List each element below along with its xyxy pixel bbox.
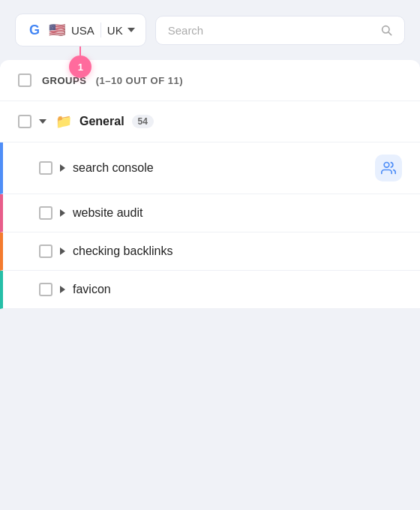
users-icon-btn[interactable] — [375, 154, 402, 182]
vertical-divider — [100, 22, 101, 38]
sub-item-row-website-audit: website audit — [0, 194, 420, 232]
groups-title: GROUPS (1–10 OUT OF 11) — [42, 75, 183, 86]
svg-point-2 — [384, 163, 389, 168]
chevron-right-search-console-icon[interactable] — [60, 164, 65, 172]
chevron-down-icon — [128, 28, 135, 32]
search-console-checkbox[interactable] — [39, 161, 52, 175]
website-audit-label: website audit — [73, 206, 142, 220]
uk-label: UK — [107, 24, 123, 37]
country-label: USA — [71, 24, 94, 37]
sub-item-row-checking-backlinks: checking backlinks — [0, 232, 420, 271]
top-bar: G 🇺🇸 USA UK 1 Search — [0, 0, 420, 60]
locale-wrapper: G 🇺🇸 USA UK 1 — [15, 14, 146, 46]
search-box[interactable]: Search — [155, 16, 405, 45]
locale-selector[interactable]: G 🇺🇸 USA UK — [15, 14, 146, 46]
website-audit-checkbox[interactable] — [39, 206, 52, 220]
groups-checkbox[interactable] — [18, 74, 32, 87]
sub-item-row-search-console: search console — [0, 142, 420, 194]
checking-backlinks-label: checking backlinks — [73, 244, 172, 258]
general-count-badge: 54 — [132, 115, 154, 128]
chevron-right-website-audit-icon[interactable] — [60, 209, 65, 217]
groups-header: GROUPS (1–10 OUT OF 11) — [0, 60, 420, 101]
usa-flag: 🇺🇸 — [49, 22, 65, 38]
favicon-checkbox[interactable] — [39, 283, 52, 296]
search-console-label: search console — [73, 161, 154, 175]
chevron-right-favicon-icon[interactable] — [60, 286, 65, 293]
favicon-label: favicon — [73, 283, 111, 296]
chevron-down-general-icon[interactable] — [39, 119, 46, 124]
group-row-general: 📁 General 54 — [0, 101, 420, 142]
chevron-right-checking-backlinks-icon[interactable] — [60, 248, 65, 255]
uk-locale[interactable]: UK — [107, 24, 135, 37]
general-checkbox[interactable] — [18, 115, 32, 128]
groups-subtitle-text: (1–10 OUT OF 11) — [96, 75, 183, 86]
checking-backlinks-checkbox[interactable] — [39, 244, 52, 258]
search-placeholder-text: Search — [168, 24, 204, 37]
main-content: GROUPS (1–10 OUT OF 11) 📁 General 54 sea… — [0, 60, 420, 309]
google-logo: G — [26, 22, 43, 38]
general-group-name: General — [80, 115, 124, 128]
badge-line — [80, 46, 81, 56]
groups-title-text: GROUPS — [42, 75, 86, 86]
sub-item-row-favicon: favicon — [0, 271, 420, 309]
folder-icon: 📁 — [56, 113, 72, 130]
users-icon — [381, 160, 396, 176]
svg-line-1 — [388, 32, 392, 35]
search-icon — [380, 24, 392, 36]
